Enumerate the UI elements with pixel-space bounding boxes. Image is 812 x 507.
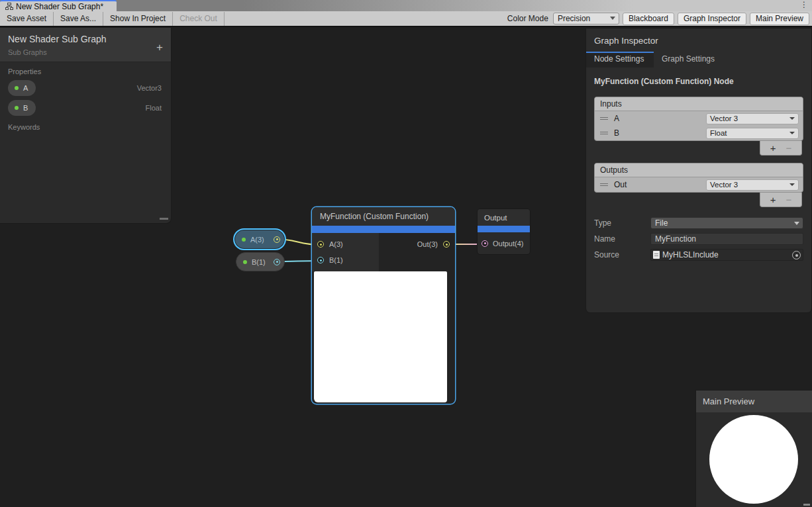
- input-port-row-b[interactable]: B(1): [312, 252, 379, 268]
- port-label: B(1): [329, 256, 343, 264]
- outputs-list-footer: + −: [760, 193, 802, 207]
- remove-input-button[interactable]: −: [786, 142, 791, 154]
- main-preview-panel: Main Preview: [695, 390, 812, 507]
- resize-handle[interactable]: [803, 504, 810, 506]
- blackboard-property-row[interactable]: A Vector3: [0, 78, 171, 98]
- vector4-port-icon[interactable]: [482, 240, 488, 247]
- input-type-value: Vector 3: [710, 115, 738, 122]
- input-name[interactable]: B: [614, 128, 619, 138]
- type-dropdown[interactable]: File: [650, 217, 803, 229]
- input-port-row-a[interactable]: A(3): [312, 236, 379, 252]
- chevron-down-icon: [789, 183, 795, 186]
- input-name[interactable]: A: [614, 114, 619, 123]
- remove-output-button[interactable]: −: [786, 194, 791, 206]
- main-preview-title[interactable]: Main Preview: [696, 391, 812, 412]
- precision-color-bar: [312, 226, 455, 233]
- inspector-content: MyFunction (Custom Function) Node Inputs…: [586, 68, 811, 271]
- vector3-port-icon[interactable]: [443, 241, 450, 248]
- name-input[interactable]: MyFunction: [650, 233, 803, 245]
- color-mode-value: Precision: [558, 14, 590, 23]
- object-picker-icon[interactable]: [792, 251, 801, 259]
- add-input-button[interactable]: +: [770, 142, 776, 154]
- property-node-b[interactable]: B(1): [236, 252, 285, 271]
- window-menu-icon[interactable]: ⋮: [800, 0, 808, 10]
- input-row-a[interactable]: A Vector 3: [595, 111, 803, 126]
- exposed-dot-icon: [243, 260, 247, 264]
- float-port-icon[interactable]: [274, 259, 280, 265]
- vector3-port-icon[interactable]: [274, 236, 280, 243]
- preview-sphere[interactable]: [709, 415, 798, 504]
- output-node[interactable]: Output Output(4): [477, 208, 531, 255]
- port-label: Output(4): [493, 240, 523, 248]
- toolbar: Save Asset Save As... Show In Project Ch…: [0, 11, 812, 27]
- input-type-dropdown[interactable]: Vector 3: [706, 113, 799, 124]
- color-mode-dropdown[interactable]: Precision: [553, 13, 619, 24]
- property-pill-b[interactable]: B: [8, 100, 36, 116]
- exposed-dot-icon: [15, 106, 19, 110]
- property-node-label: B(1): [252, 258, 266, 266]
- inspector-title: Graph Inspector: [586, 28, 811, 52]
- property-type: Float: [146, 104, 162, 112]
- property-pill-a[interactable]: A: [8, 80, 36, 96]
- tab-node-settings[interactable]: Node Settings: [586, 52, 654, 68]
- file-icon: [653, 251, 660, 259]
- output-row-out[interactable]: Out Vector 3: [595, 177, 803, 192]
- add-property-button[interactable]: +: [156, 41, 163, 54]
- toolbar-left-group: Save Asset Save As... Show In Project Ch…: [0, 11, 225, 26]
- custom-function-node[interactable]: MyFunction (Custom Function) A(3) B(1) O…: [312, 207, 455, 404]
- shadergraph-icon: [5, 3, 13, 10]
- property-node-a[interactable]: A(3): [233, 228, 286, 250]
- blackboard-header: New Shader Sub Graph Sub Graphs +: [0, 28, 171, 62]
- source-object-field[interactable]: MyHLSLInclude: [650, 249, 803, 261]
- tab-new-shader-sub-graph[interactable]: New Shader Sub Graph*: [0, 0, 117, 11]
- tab-title: New Shader Sub Graph*: [16, 2, 103, 11]
- output-name[interactable]: Out: [614, 180, 627, 189]
- drag-handle-icon[interactable]: [600, 117, 608, 120]
- output-type-value: Vector 3: [710, 181, 738, 189]
- save-as-button[interactable]: Save As...: [54, 12, 103, 26]
- chevron-down-icon: [789, 117, 795, 120]
- inputs-list-header: Inputs: [595, 97, 803, 111]
- type-value: File: [655, 218, 668, 228]
- inputs-list-footer: + −: [760, 141, 802, 156]
- node-title[interactable]: MyFunction (Custom Function): [312, 207, 455, 226]
- function-fields: Type File Name MyFunction Source MyHLSLI…: [594, 215, 803, 263]
- graph-inspector-toggle-button[interactable]: Graph Inspector: [678, 13, 746, 25]
- save-asset-button[interactable]: Save Asset: [0, 12, 54, 26]
- property-name: A: [23, 84, 28, 92]
- node-preview[interactable]: [314, 271, 447, 402]
- blackboard-panel: New Shader Sub Graph Sub Graphs + Proper…: [0, 28, 172, 224]
- shader-graph-window: New Shader Sub Graph* ⋮ Save Asset Save …: [0, 0, 812, 507]
- output-type-dropdown[interactable]: Vector 3: [706, 179, 799, 191]
- inspector-tabs: Node Settings Graph Settings: [586, 52, 811, 68]
- blackboard-subtitle: Sub Graphs: [8, 48, 163, 56]
- source-label: Source: [594, 250, 650, 259]
- output-port-row-out[interactable]: Out(3): [379, 236, 455, 252]
- properties-section-label: Properties: [0, 62, 171, 78]
- float-port-icon[interactable]: [317, 257, 324, 263]
- exposed-dot-icon: [15, 86, 19, 90]
- drag-handle-icon[interactable]: [600, 183, 608, 186]
- drag-handle-icon[interactable]: [600, 132, 608, 134]
- add-output-button[interactable]: +: [770, 194, 776, 206]
- exposed-dot-icon: [242, 238, 246, 242]
- property-type: Vector3: [137, 84, 162, 92]
- graph-inspector-panel: Graph Inspector Node Settings Graph Sett…: [585, 28, 812, 313]
- blackboard-toggle-button[interactable]: Blackboard: [623, 13, 674, 25]
- node-settings-heading: MyFunction (Custom Function) Node: [594, 77, 803, 86]
- blackboard-property-row[interactable]: B Float: [0, 98, 171, 118]
- resize-handle[interactable]: [160, 218, 168, 220]
- input-row-b[interactable]: B Float: [595, 126, 803, 140]
- chevron-down-icon: [610, 17, 615, 20]
- vector3-port-icon[interactable]: [317, 241, 324, 248]
- property-node-label: A(3): [250, 236, 264, 244]
- node-title[interactable]: Output: [478, 209, 530, 226]
- input-type-dropdown[interactable]: Float: [706, 128, 799, 139]
- input-port-row-output[interactable]: Output(4): [478, 232, 530, 254]
- port-label: A(3): [329, 240, 343, 248]
- main-preview-toggle-button[interactable]: Main Preview: [750, 13, 809, 25]
- show-in-project-button[interactable]: Show In Project: [103, 12, 173, 26]
- type-field-row: Type File: [594, 215, 803, 231]
- tab-graph-settings[interactable]: Graph Settings: [654, 52, 724, 68]
- precision-color-bar: [478, 226, 530, 232]
